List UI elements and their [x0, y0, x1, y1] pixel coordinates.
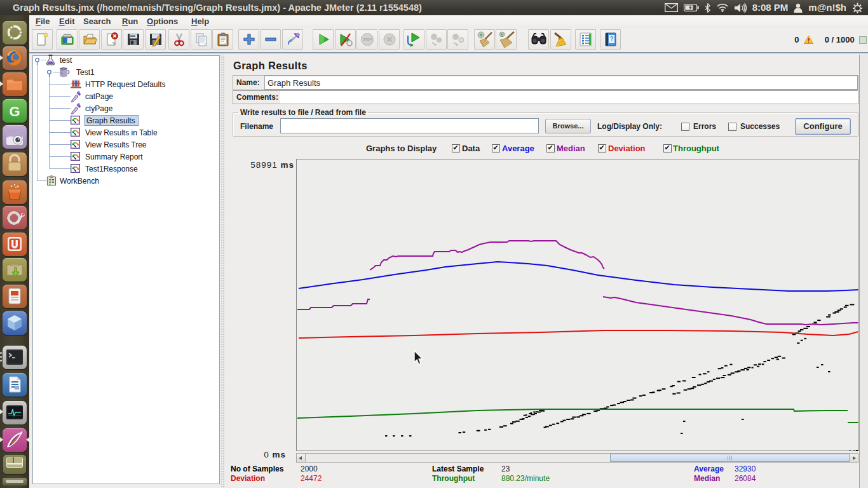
svg-text:?: ? — [609, 36, 613, 43]
svg-text:STOP: STOP — [363, 37, 372, 41]
svg-text:G: G — [9, 104, 20, 119]
